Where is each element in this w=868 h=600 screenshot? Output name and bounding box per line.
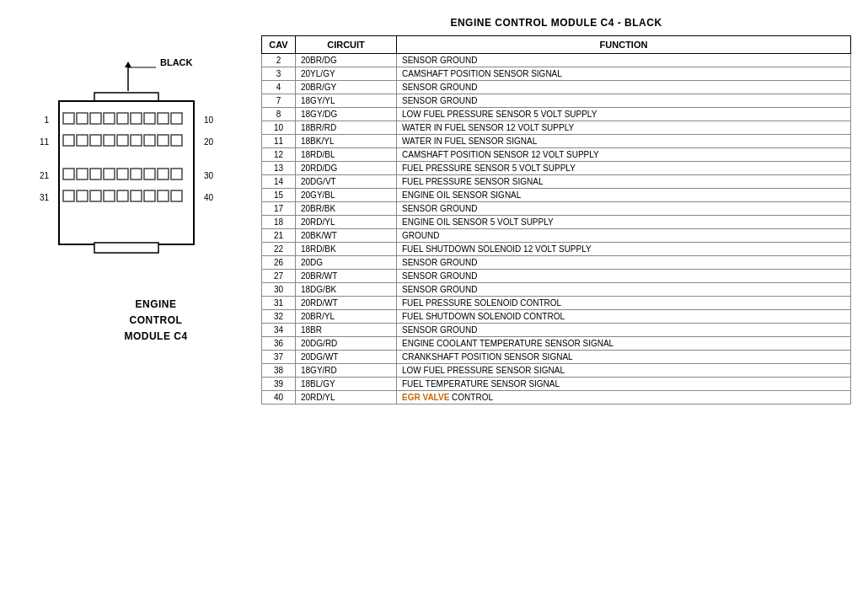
svg-rect-30 bbox=[90, 169, 101, 179]
cell-function: SENSOR GROUND bbox=[397, 256, 851, 270]
table-row: 1520GY/BLENGINE OIL SENSOR SIGNAL bbox=[262, 189, 851, 202]
cell-cav: 15 bbox=[262, 189, 296, 202]
cell-function: CRANKSHAFT POSITION SENSOR SIGNAL bbox=[397, 351, 851, 364]
svg-rect-11 bbox=[131, 113, 142, 124]
cell-function: FUEL TEMPERATURE SENSOR SIGNAL bbox=[397, 378, 851, 391]
cell-function: SENSOR GROUND bbox=[397, 324, 851, 337]
svg-rect-19 bbox=[90, 135, 101, 146]
cell-circuit: 20DG/VT bbox=[296, 175, 397, 189]
cell-cav: 13 bbox=[262, 162, 296, 175]
highlight-egr-text: EGR VALVE bbox=[402, 393, 449, 402]
cell-circuit: 20BK/WT bbox=[296, 229, 397, 243]
cell-function: CAMSHAFT POSITION SENSOR 12 VOLT SUPPLY bbox=[397, 148, 851, 162]
cell-function: LOW FUEL PRESSURE SENSOR 5 VOLT SUPPLY bbox=[397, 108, 851, 121]
svg-rect-44 bbox=[131, 190, 142, 201]
cell-function: FUEL PRESSURE SOLENOID CONTROL bbox=[397, 297, 851, 310]
svg-rect-45 bbox=[144, 190, 155, 201]
cell-circuit: 20RD/WT bbox=[296, 297, 397, 310]
cell-cav: 14 bbox=[262, 175, 296, 189]
cell-function: FUEL SHUTDOWN SOLENOID 12 VOLT SUPPLY bbox=[397, 243, 851, 256]
svg-rect-8 bbox=[90, 113, 101, 124]
svg-text:11: 11 bbox=[40, 137, 50, 147]
svg-rect-28 bbox=[63, 169, 74, 179]
svg-text:31: 31 bbox=[40, 193, 50, 202]
cell-cav: 39 bbox=[262, 378, 296, 391]
cell-circuit: 20DG/RD bbox=[296, 337, 397, 351]
table-row: 4020RD/YLEGR VALVE CONTROL bbox=[262, 391, 851, 404]
cell-circuit: 20BR/GY bbox=[296, 81, 397, 94]
cell-function: SENSOR GROUND bbox=[397, 202, 851, 216]
cell-cav: 31 bbox=[262, 297, 296, 310]
svg-rect-42 bbox=[104, 190, 115, 201]
svg-rect-41 bbox=[90, 190, 101, 201]
svg-rect-31 bbox=[104, 169, 115, 179]
cell-cav: 2 bbox=[262, 54, 296, 67]
cell-function: CAMSHAFT POSITION SENSOR SIGNAL bbox=[397, 67, 851, 81]
cell-function: WATER IN FUEL SENSOR 12 VOLT SUPPLY bbox=[397, 121, 851, 135]
svg-rect-33 bbox=[131, 169, 142, 179]
svg-rect-47 bbox=[171, 190, 182, 201]
cell-function: SENSOR GROUND bbox=[397, 270, 851, 283]
cell-circuit: 20DG bbox=[296, 256, 397, 270]
svg-rect-25 bbox=[171, 135, 182, 146]
table-row: 1018BR/RDWATER IN FUEL SENSOR 12 VOLT SU… bbox=[262, 121, 851, 135]
table-row: 3120RD/WTFUEL PRESSURE SOLENOID CONTROL bbox=[262, 297, 851, 310]
table-row: 3918BL/GYFUEL TEMPERATURE SENSOR SIGNAL bbox=[262, 378, 851, 391]
table-row: 1420DG/VTFUEL PRESSURE SENSOR SIGNAL bbox=[262, 175, 851, 189]
cell-cav: 27 bbox=[262, 270, 296, 283]
cell-cav: 12 bbox=[262, 148, 296, 162]
svg-rect-17 bbox=[63, 135, 74, 146]
svg-rect-23 bbox=[144, 135, 155, 146]
svg-rect-13 bbox=[158, 113, 169, 124]
cell-cav: 4 bbox=[262, 81, 296, 94]
table-row: 2620DGSENSOR GROUND bbox=[262, 256, 851, 270]
svg-marker-1 bbox=[125, 62, 131, 67]
table-row: 1820RD/YLENGINE OIL SENSOR 5 VOLT SUPPLY bbox=[262, 216, 851, 229]
cell-circuit: 20BR/BK bbox=[296, 202, 397, 216]
col-header-circuit: CIRCUIT bbox=[296, 36, 397, 54]
svg-rect-32 bbox=[117, 169, 128, 179]
svg-rect-14 bbox=[171, 113, 182, 124]
svg-rect-24 bbox=[158, 135, 169, 146]
table-row: 818GY/DGLOW FUEL PRESSURE SENSOR 5 VOLT … bbox=[262, 108, 851, 121]
cell-cav: 37 bbox=[262, 351, 296, 364]
cell-circuit: 18BR bbox=[296, 324, 397, 337]
cell-circuit: 18BK/YL bbox=[296, 135, 397, 148]
cell-function: EGR VALVE CONTROL bbox=[397, 391, 851, 404]
cell-cav: 10 bbox=[262, 121, 296, 135]
svg-rect-36 bbox=[171, 169, 182, 179]
svg-text:30: 30 bbox=[204, 171, 214, 180]
cell-circuit: 18DG/BK bbox=[296, 283, 397, 297]
right-panel: ENGINE CONTROL MODULE C4 - BLACK CAV CIR… bbox=[253, 17, 851, 404]
svg-rect-22 bbox=[131, 135, 142, 146]
svg-rect-34 bbox=[144, 169, 155, 179]
table-row: 3418BRSENSOR GROUND bbox=[262, 324, 851, 337]
table-row: 2120BK/WTGROUND bbox=[262, 229, 851, 243]
table-row: 320YL/GYCAMSHAFT POSITION SENSOR SIGNAL bbox=[262, 67, 851, 81]
table-row: 3220BR/YLFUEL SHUTDOWN SOLENOID CONTROL bbox=[262, 310, 851, 324]
svg-rect-7 bbox=[77, 113, 88, 124]
svg-text:1: 1 bbox=[44, 115, 49, 125]
cell-circuit: 18RD/BK bbox=[296, 243, 397, 256]
cell-circuit: 18GY/DG bbox=[296, 108, 397, 121]
col-header-cav: CAV bbox=[262, 36, 296, 54]
table-row: 2218RD/BKFUEL SHUTDOWN SOLENOID 12 VOLT … bbox=[262, 243, 851, 256]
cell-function: WATER IN FUEL SENSOR SIGNAL bbox=[397, 135, 851, 148]
svg-rect-46 bbox=[158, 190, 169, 201]
cell-cav: 22 bbox=[262, 243, 296, 256]
cell-cav: 7 bbox=[262, 94, 296, 108]
svg-text:21: 21 bbox=[40, 171, 50, 180]
svg-text:20: 20 bbox=[204, 137, 214, 147]
cell-cav: 11 bbox=[262, 135, 296, 148]
cell-function: SENSOR GROUND bbox=[397, 94, 851, 108]
cell-cav: 40 bbox=[262, 391, 296, 404]
cell-cav: 17 bbox=[262, 202, 296, 216]
cell-circuit: 18GY/YL bbox=[296, 94, 397, 108]
svg-rect-43 bbox=[117, 190, 128, 201]
connector-diagram: BLACK 1 10 11 bbox=[34, 51, 253, 346]
svg-rect-6 bbox=[63, 113, 74, 124]
table-row: 718GY/YLSENSOR GROUND bbox=[262, 94, 851, 108]
table-row: 1320RD/DGFUEL PRESSURE SENSOR 5 VOLT SUP… bbox=[262, 162, 851, 175]
table-row: 1218RD/BLCAMSHAFT POSITION SENSOR 12 VOL… bbox=[262, 148, 851, 162]
svg-rect-40 bbox=[77, 190, 88, 201]
